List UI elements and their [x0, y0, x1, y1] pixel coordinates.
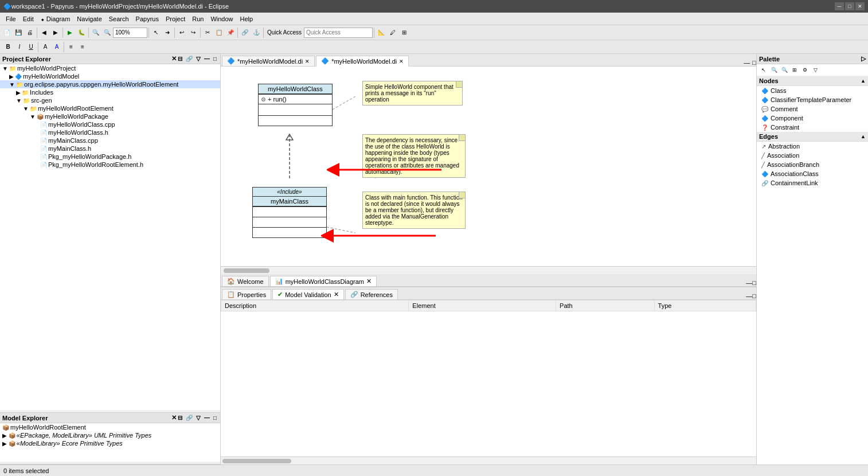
tree-item-cpp2[interactable]: 📄 myMainClass.cpp — [0, 136, 220, 145]
tree-item-package[interactable]: ▼ 📦 myHelloWorldPackage — [0, 112, 220, 120]
model-tree-uml[interactable]: ▶ 📦 «EPackage, ModelLibrary» UML Primiti… — [0, 431, 220, 439]
close-button[interactable]: ✕ — [855, 2, 865, 10]
tb-print[interactable]: 🖨 — [24, 27, 36, 38]
tab-model-close2[interactable]: ✕ — [399, 58, 404, 64]
palette-item-association[interactable]: ╱ Association — [757, 151, 868, 160]
tb-select[interactable]: ↖ — [150, 27, 162, 38]
menu-navigate[interactable]: Navigate — [73, 14, 105, 24]
validation-close[interactable]: ✕ — [334, 291, 339, 298]
horizontal-scrollbar[interactable] — [221, 266, 756, 274]
palette-menu-icon[interactable]: ▽ — [811, 65, 820, 75]
table-scroll-thumb[interactable] — [222, 459, 291, 463]
palette-item-associationclass[interactable]: 🔷 AssociationClass — [757, 169, 868, 178]
palette-grid-icon[interactable]: ⊞ — [790, 65, 799, 75]
project-explorer-close[interactable]: ✕ — [171, 55, 177, 63]
model-tree-ecore[interactable]: ▶ 📦 «ModelLibrary» Ecore Primitive Types — [0, 439, 220, 447]
model-collapse-icon[interactable]: ⊟ — [177, 414, 183, 422]
tb-run[interactable]: ▶ — [64, 27, 76, 38]
tb-zoom-in[interactable]: 🔍 — [90, 27, 101, 38]
menu-diagram[interactable]: ⬥ Diagram — [37, 14, 74, 24]
tree-item-pkg-h2[interactable]: 📄 Pkg_myHelloWorldRootElement.h — [0, 161, 220, 169]
props-max-btn[interactable]: □ — [752, 292, 756, 299]
tb2-italic[interactable]: I — [14, 41, 25, 53]
maximize-icon[interactable]: □ — [212, 55, 218, 63]
menu-help[interactable]: Help — [237, 14, 257, 24]
tb-anchor[interactable]: ⚓ — [251, 27, 262, 38]
menu-file[interactable]: File — [2, 14, 19, 24]
tree-item-model[interactable]: ▶ 🔷 myHelloWorldModel — [0, 72, 220, 80]
tree-item-srcgen[interactable]: ▼ 📁 src-gen — [0, 96, 220, 104]
tb-arrow[interactable]: ➜ — [162, 27, 173, 38]
minimize-button[interactable]: ─ — [835, 2, 844, 10]
tab-validation[interactable]: ✔ Model Validation ✕ — [272, 289, 344, 299]
palette-item-classifier[interactable]: 🔷 ClassifierTemplateParameter — [757, 95, 868, 104]
menu-run[interactable]: Run — [189, 14, 207, 24]
palette-item-associationbranch[interactable]: ╱ AssociationBranch — [757, 160, 868, 169]
tb-perspective2[interactable]: 🖊 — [387, 27, 398, 38]
view-menu-icon[interactable]: ▽ — [195, 55, 202, 63]
menu-project[interactable]: Project — [162, 14, 189, 24]
model-explorer-close[interactable]: ✕ — [171, 414, 177, 422]
model-menu-icon[interactable]: ▽ — [195, 414, 202, 422]
tree-item-cpp1[interactable]: 📄 myHelloWorldClass.cpp — [0, 120, 220, 128]
tb-paste[interactable]: 📌 — [225, 27, 236, 38]
zoom-input[interactable] — [113, 28, 147, 38]
quick-access-input[interactable] — [304, 28, 373, 38]
tab-welcome[interactable]: 🏠 Welcome — [222, 276, 269, 286]
editor-min-button[interactable]: — — [744, 59, 750, 66]
tb-copy[interactable]: 📋 — [213, 27, 225, 38]
palette-select-icon[interactable]: ↖ — [759, 65, 768, 75]
tab-model-close[interactable]: ✕ — [305, 58, 310, 64]
tb-back[interactable]: ◀ — [38, 27, 50, 38]
palette-settings-icon[interactable]: ⚙ — [800, 65, 810, 75]
palette-item-component[interactable]: 🔷 Component — [757, 114, 868, 123]
menu-window[interactable]: Window — [207, 14, 236, 24]
tb-zoom-out[interactable]: 🔍 — [101, 27, 113, 38]
tb2-align-center[interactable]: ≡ — [77, 41, 88, 53]
tb2-underline[interactable]: U — [25, 41, 37, 53]
tree-item-project[interactable]: ▼ 📁 myHelloWorldProject — [0, 64, 220, 72]
tab-model-di[interactable]: 🔷 *myHelloWorldModel.di ✕ — [222, 56, 315, 66]
menu-papyrus[interactable]: Papyrus — [132, 14, 162, 24]
link-with-editor-icon[interactable]: 🔗 — [185, 55, 194, 63]
collapse-all-icon[interactable]: ⊟ — [177, 55, 183, 63]
palette-nodes-header[interactable]: Nodes ▲ — [757, 76, 868, 86]
tb-debug[interactable]: 🐛 — [76, 27, 87, 38]
palette-zoom-out-icon[interactable]: 🔍 — [780, 65, 789, 75]
tb-undo[interactable]: ↩ — [176, 27, 187, 38]
palette-collapse-btn[interactable]: ▷ — [861, 55, 866, 63]
editor-max-button[interactable]: □ — [752, 59, 756, 66]
maximize-button[interactable]: □ — [845, 2, 854, 10]
tab-references[interactable]: 🔗 References — [345, 289, 398, 299]
tb-redo[interactable]: ↪ — [187, 27, 199, 38]
tb-forward[interactable]: ▶ — [50, 27, 61, 38]
palette-item-class[interactable]: 🔷 Class — [757, 86, 868, 95]
table-scrollbar[interactable] — [221, 457, 756, 465]
model-link-icon[interactable]: 🔗 — [185, 414, 194, 422]
tb2-align-left[interactable]: ≡ — [65, 41, 77, 53]
model-min-icon[interactable]: — — [203, 414, 211, 422]
bottom-tab-min[interactable]: — — [746, 279, 752, 286]
tab-properties[interactable]: 📋 Properties — [222, 289, 271, 299]
palette-zoom-in-icon[interactable]: 🔍 — [769, 65, 779, 75]
tb-open-perspective[interactable]: ⊞ — [398, 27, 410, 38]
palette-item-constraint[interactable]: ❓ Constraint — [757, 123, 868, 132]
tree-item-rootElement[interactable]: ▼ 📁 org.eclipse.papyrus.cppgen.myHelloWo… — [0, 80, 220, 88]
uml-class-mainclass[interactable]: «Include» myMainClass — [252, 187, 327, 238]
class-diagram-close[interactable]: ✕ — [366, 278, 372, 285]
tb2-color[interactable]: A — [51, 41, 62, 53]
bottom-tab-max[interactable]: □ — [752, 279, 756, 286]
menu-search[interactable]: Search — [105, 14, 132, 24]
scroll-thumb[interactable] — [224, 268, 269, 273]
model-max-icon[interactable]: □ — [212, 414, 218, 422]
tb2-bold[interactable]: B — [2, 41, 14, 53]
tb-save[interactable]: 💾 — [13, 27, 24, 38]
menu-edit[interactable]: Edit — [19, 14, 37, 24]
tb-new[interactable]: 📄 — [1, 27, 13, 38]
tree-item-rootel[interactable]: ▼ 📁 myHelloWorldRootElement — [0, 104, 220, 112]
tab-model-di-2[interactable]: 🔷 *myHelloWorldModel.di ✕ — [316, 56, 409, 67]
diagram-canvas[interactable]: myHelloWorldClass ⚙ + run() «Include» my… — [221, 67, 756, 266]
tab-class-diagram[interactable]: 📊 myHelloWorldClassDiagram ✕ — [270, 276, 377, 286]
palette-item-abstraction[interactable]: ↗ Abstraction — [757, 142, 868, 151]
tb-link[interactable]: 🔗 — [239, 27, 251, 38]
